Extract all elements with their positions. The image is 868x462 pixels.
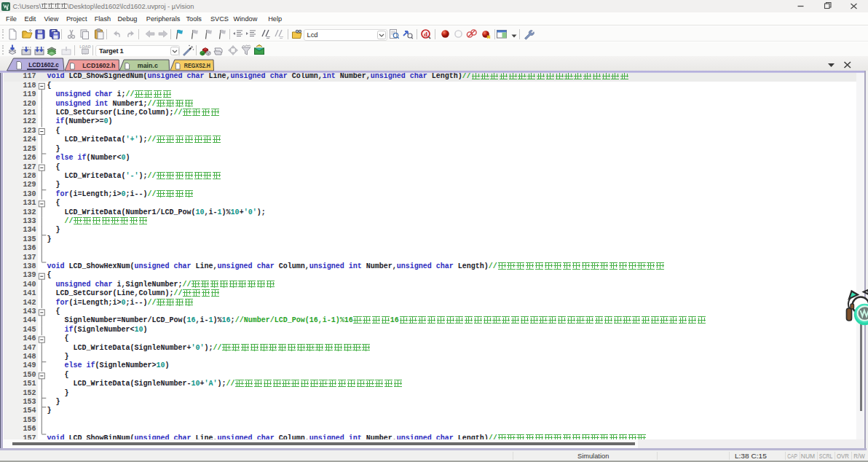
svg-text:REGXS2.H: REGXS2.H xyxy=(184,62,210,69)
svg-text:main.c: main.c xyxy=(138,62,158,69)
svg-text:Simulation: Simulation xyxy=(577,453,609,460)
svg-text:d: d xyxy=(424,30,427,37)
svg-text:L:38 C:15: L:38 C:15 xyxy=(735,453,767,460)
svg-text:SCRL: SCRL xyxy=(819,453,833,460)
svg-text:OVR: OVR xyxy=(837,453,849,460)
svg-text:LOAD: LOAD xyxy=(79,44,91,49)
svg-text:LCD1602.h: LCD1602.h xyxy=(82,62,115,69)
svg-text:R/W: R/W xyxy=(853,453,865,460)
svg-text:NUM: NUM xyxy=(801,453,815,460)
svg-text:LCD1602.c: LCD1602.c xyxy=(28,61,59,68)
svg-text:CAP: CAP xyxy=(787,453,797,460)
